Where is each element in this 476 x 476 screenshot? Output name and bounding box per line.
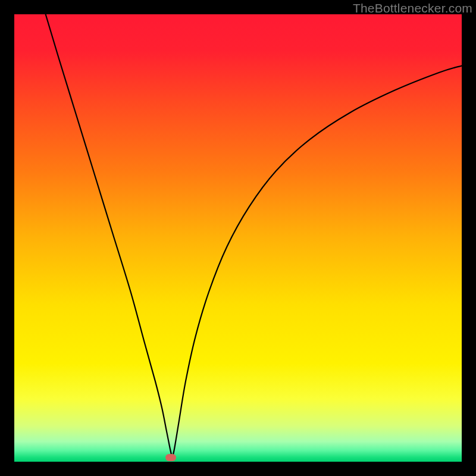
bottleneck-curve <box>14 14 462 462</box>
watermark-label: TheBottlenecker.com <box>353 1 472 15</box>
chart-frame <box>14 14 462 462</box>
optimal-point-marker <box>165 454 176 461</box>
